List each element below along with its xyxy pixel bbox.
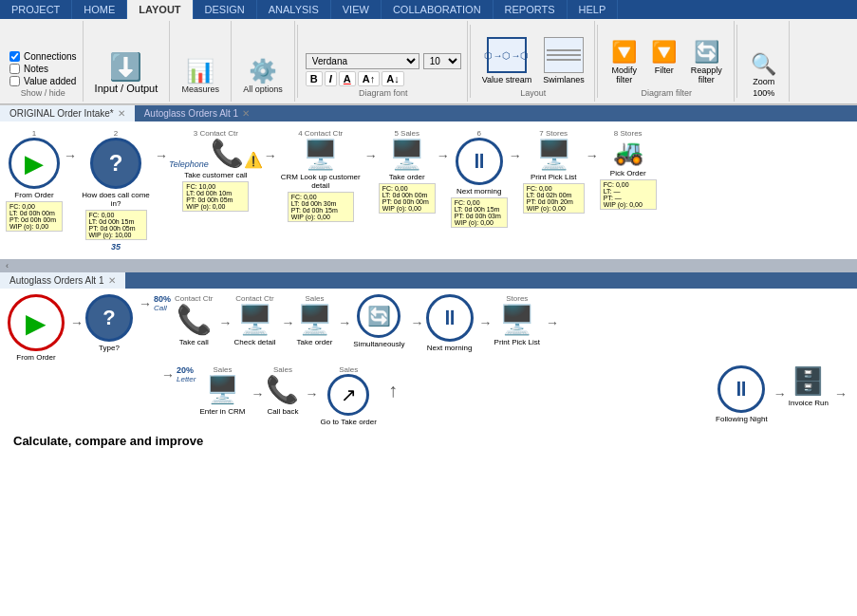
tab-design[interactable]: DESIGN (194, 0, 257, 19)
input-output-button[interactable]: ⬇️ Input / Output (89, 47, 164, 98)
layout-group: ⬡→⬡→⬡ Value stream Swimlanes Layout (473, 21, 595, 102)
tab-autoglass-bottom-close[interactable]: ✕ (108, 275, 116, 286)
tab-original-order-close[interactable]: ✕ (118, 108, 125, 119)
value-stream-icon: ⬡→⬡→⬡ (487, 37, 527, 73)
bottom-take-order: Sales 🖥️ Take order (297, 294, 333, 346)
percent-20: 20% (177, 365, 194, 375)
tab-original-order-label: ORIGINAL Order Intake* (9, 108, 114, 119)
bottom-arrow-5: → (338, 294, 351, 330)
tab-view[interactable]: VIEW (331, 0, 382, 19)
tab-help[interactable]: HELP (568, 0, 619, 19)
zoom-group: 🔍 Zoom 100% (739, 21, 790, 102)
lower-arrow-3: → (773, 365, 787, 401)
filter-label: Filter (655, 65, 674, 75)
separator-1 (297, 25, 298, 98)
tab-collaboration[interactable]: COLLABORATION (382, 0, 494, 19)
percent-80: 80% (154, 294, 171, 304)
top-flow-row: 1 ▶ From Order FC: 0,00 LT: 0d 00h 00m P… (6, 125, 851, 255)
lower-arrow-2: → (305, 365, 318, 401)
bottom-arrow-8: → (546, 294, 559, 330)
separator-4 (736, 25, 737, 98)
node-6-data: FC: 0,00 LT: 0d 00h 15m PT: 0d 00h 03m W… (451, 197, 508, 228)
print-pick-bottom-label: Print Pick List (494, 338, 540, 346)
font-size-down-button[interactable]: A↓ (382, 71, 403, 86)
sales-label-1: Sales (305, 294, 324, 303)
tab-reports[interactable]: REPORTS (494, 0, 568, 19)
bottom-next-morning: ⏸ Next morning (426, 294, 474, 352)
notes-checkbox[interactable] (9, 64, 20, 74)
tab-original-order[interactable]: ORIGINAL Order Intake* ✕ (0, 105, 135, 121)
font-size-up-button[interactable]: A↑ (358, 71, 380, 86)
zoom-button[interactable]: 🔍 Zoom (745, 50, 783, 88)
phone-icon-bottom: 📞 (177, 303, 212, 336)
node-3-dept: 3 Contact Ctr (194, 129, 238, 138)
font-name-select[interactable]: Verdana (306, 53, 419, 69)
node-2-num: 2 (114, 129, 118, 138)
percent-20-row: → 20% Letter (159, 365, 196, 383)
bottom-from-order: ▶ From Order (8, 294, 65, 362)
notes-checkbox-row[interactable]: Notes (9, 64, 77, 74)
all-options-label: All options (243, 84, 283, 94)
contact-ctr-label-1: Contact Ctr (175, 294, 213, 303)
value-stream-button[interactable]: ⬡→⬡→⬡ Value stream (478, 35, 535, 86)
node-5-dept: 5 Sales (394, 129, 419, 138)
telephone-label: Telephone (169, 159, 209, 169)
tab-layout[interactable]: LAYOUT (127, 0, 193, 19)
italic-button[interactable]: I (325, 71, 337, 86)
following-night-node: ⏸ Following Night (716, 365, 768, 423)
swimlanes-button[interactable]: Swimlanes (539, 35, 588, 86)
red-play-circle: ▶ (8, 294, 65, 351)
node-8-dept: 8 Stores (614, 129, 643, 138)
modify-filter-button[interactable]: 🔽 Modifyfilter (605, 38, 643, 86)
tab-autoglass-bottom[interactable]: Autoglass Orders Alt 1 ✕ (0, 272, 125, 289)
forklift-icon-8: 🚜 (613, 138, 643, 167)
reapply-filter-button[interactable]: 🔄 Reapplyfilter (685, 38, 728, 86)
node-8-data: FC: 0,00 LT: — PT: — WIP (o): 0,00 (600, 179, 657, 210)
sales-label-crm: Sales (213, 365, 232, 374)
font-color-button[interactable]: A (339, 71, 356, 86)
measures-button[interactable]: 📊 Measures (176, 56, 225, 98)
node-take-order: 5 Sales 🖥️ Take order FC: 0,00 LT: 0d 00… (379, 129, 436, 214)
font-size-select[interactable]: 10 (423, 53, 461, 69)
server-icon: 🗄️ (792, 365, 825, 397)
arrow-5: → (437, 129, 450, 163)
tab-autoglass[interactable]: Autoglass Orders Alt 1 ✕ (135, 105, 260, 121)
phone-icon-callback: 📞 (266, 374, 299, 405)
tab-home[interactable]: HOME (72, 0, 127, 19)
tab-project[interactable]: PROJECT (0, 0, 72, 19)
bottom-take-order-label: Take order (297, 338, 333, 346)
bottom-tab-bar: Autoglass Orders Alt 1 ✕ (0, 272, 857, 289)
node-8-label: Pick Order (610, 169, 646, 177)
modify-filter-icon: 🔽 (611, 40, 637, 65)
bottom-from-order-label: From Order (16, 353, 55, 362)
computer-icon-print: 🖥️ (499, 303, 534, 336)
reapply-filter-icon: 🔄 (694, 40, 719, 65)
goto-label: Go to Take order (320, 418, 376, 426)
connections-checkbox[interactable] (9, 51, 20, 62)
tab-analysis[interactable]: ANALYSIS (257, 0, 331, 19)
separator-2 (470, 25, 471, 98)
connections-checkbox-row[interactable]: Connections (9, 51, 77, 62)
node-5-data: FC: 0,00 LT: 0d 00h 00m PT: 0d 00h 00m W… (379, 183, 436, 214)
arrow-6: → (509, 129, 522, 163)
ribbon-content: Connections Notes Value added Show / hid… (0, 19, 857, 104)
enter-in-crm: Sales 🖥️ Enter in CRM (199, 365, 245, 416)
scroll-indicator[interactable]: ‹ (0, 259, 857, 272)
bottom-take-call: Contact Ctr 📞 Take call (175, 294, 213, 346)
value-added-checkbox-row[interactable]: Value added (9, 76, 77, 86)
diagram-footer: Calculate, compare and improve (8, 426, 849, 452)
bold-button[interactable]: B (306, 71, 323, 86)
main-canvas: ORIGINAL Order Intake* ✕ Autoglass Order… (0, 105, 857, 590)
tab-autoglass-close[interactable]: ✕ (242, 108, 250, 119)
modify-filter-label: Modifyfilter (611, 65, 637, 84)
filter-button[interactable]: 🔽 Filter (645, 38, 683, 86)
bottom-arrow-1: → (70, 294, 84, 330)
value-added-checkbox[interactable] (9, 76, 20, 86)
swimlanes-label: Swimlanes (543, 75, 585, 84)
input-output-label: Input / Output (95, 83, 158, 94)
bottom-document: Autoglass Orders Alt 1 ✕ ▶ From Order → … (0, 272, 857, 590)
rotate-circle: 🔄 (357, 294, 401, 338)
all-options-button[interactable]: ⚙️ All options (237, 56, 289, 98)
zoom-value: 100% (753, 88, 774, 98)
filter-buttons: 🔽 Modifyfilter 🔽 Filter 🔄 Reapplyfilter (605, 38, 728, 86)
